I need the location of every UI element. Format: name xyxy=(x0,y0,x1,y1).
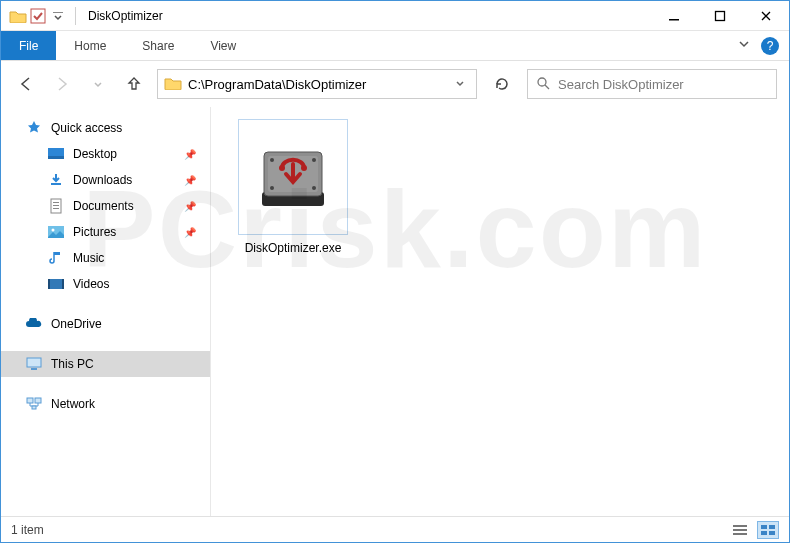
svg-rect-9 xyxy=(53,202,59,203)
close-button[interactable] xyxy=(743,1,789,31)
pictures-icon xyxy=(47,224,65,240)
svg-rect-1 xyxy=(53,12,63,13)
svg-point-29 xyxy=(279,165,285,171)
sidebar-item-pictures[interactable]: Pictures 📌 xyxy=(1,219,210,245)
star-icon xyxy=(25,120,43,136)
properties-icon[interactable] xyxy=(29,7,47,25)
disk-drive-icon xyxy=(238,119,348,235)
svg-rect-11 xyxy=(53,208,59,209)
status-bar: 1 item xyxy=(1,516,789,542)
svg-rect-35 xyxy=(769,525,775,529)
svg-point-28 xyxy=(312,186,316,190)
folder-icon xyxy=(9,7,27,25)
sidebar-item-downloads[interactable]: Downloads 📌 xyxy=(1,167,210,193)
expand-ribbon-icon[interactable] xyxy=(737,37,751,54)
sidebar-item-label: Quick access xyxy=(51,121,122,135)
svg-rect-6 xyxy=(48,156,64,159)
address-dropdown-icon[interactable] xyxy=(450,77,470,92)
network-icon xyxy=(25,396,43,412)
svg-rect-16 xyxy=(62,279,64,289)
tab-home[interactable]: Home xyxy=(56,31,124,60)
titlebar: DiskOptimizer xyxy=(1,1,789,31)
file-item[interactable]: DiskOptimizer.exe xyxy=(223,119,363,255)
svg-rect-10 xyxy=(53,205,59,206)
svg-rect-3 xyxy=(716,11,725,20)
ribbon-bar: File Home Share View ? xyxy=(1,31,789,61)
window-title: DiskOptimizer xyxy=(84,9,651,23)
maximize-button[interactable] xyxy=(697,1,743,31)
details-view-button[interactable] xyxy=(729,521,751,539)
sidebar-item-music[interactable]: Music xyxy=(1,245,210,271)
tab-share[interactable]: Share xyxy=(124,31,192,60)
back-button[interactable] xyxy=(13,71,39,97)
large-icons-view-button[interactable] xyxy=(757,521,779,539)
address-input[interactable] xyxy=(188,77,450,92)
svg-point-26 xyxy=(312,158,316,162)
sidebar-quick-access[interactable]: Quick access xyxy=(1,115,210,141)
sidebar-item-label: This PC xyxy=(51,357,94,371)
file-tab[interactable]: File xyxy=(1,31,56,60)
main-area: Quick access Desktop 📌 Downloads 📌 Docum… xyxy=(1,107,789,516)
downloads-icon xyxy=(47,172,65,188)
tab-view[interactable]: View xyxy=(192,31,254,60)
recent-locations-button[interactable] xyxy=(85,71,111,97)
svg-point-30 xyxy=(301,165,307,171)
chevron-down-icon[interactable] xyxy=(49,7,67,25)
svg-rect-18 xyxy=(31,368,37,370)
sidebar-item-documents[interactable]: Documents 📌 xyxy=(1,193,210,219)
up-button[interactable] xyxy=(121,71,147,97)
onedrive-icon xyxy=(25,316,43,332)
videos-icon xyxy=(47,276,65,292)
forward-button[interactable] xyxy=(49,71,75,97)
file-list[interactable]: DiskOptimizer.exe xyxy=(211,107,789,516)
pin-icon: 📌 xyxy=(184,201,196,212)
desktop-icon xyxy=(47,146,65,162)
file-name: DiskOptimizer.exe xyxy=(245,241,342,255)
help-icon[interactable]: ? xyxy=(761,37,779,55)
svg-rect-7 xyxy=(51,183,61,185)
svg-rect-17 xyxy=(27,358,41,367)
svg-point-13 xyxy=(52,229,55,232)
this-pc-icon xyxy=(25,356,43,372)
sidebar-network[interactable]: Network xyxy=(1,391,210,417)
svg-rect-0 xyxy=(31,9,45,23)
navigation-pane: Quick access Desktop 📌 Downloads 📌 Docum… xyxy=(1,107,211,516)
svg-rect-32 xyxy=(733,529,747,531)
address-bar[interactable] xyxy=(157,69,477,99)
navigation-row xyxy=(1,61,789,107)
search-icon xyxy=(536,76,550,93)
svg-rect-21 xyxy=(32,406,36,409)
refresh-button[interactable] xyxy=(487,69,517,99)
svg-rect-15 xyxy=(48,279,50,289)
sidebar-item-desktop[interactable]: Desktop 📌 xyxy=(1,141,210,167)
documents-icon xyxy=(47,198,65,214)
svg-rect-36 xyxy=(761,531,767,535)
sidebar-item-label: OneDrive xyxy=(51,317,102,331)
svg-rect-34 xyxy=(761,525,767,529)
svg-rect-33 xyxy=(733,533,747,535)
svg-rect-14 xyxy=(48,279,64,289)
minimize-button[interactable] xyxy=(651,1,697,31)
sidebar-onedrive[interactable]: OneDrive xyxy=(1,311,210,337)
status-text: 1 item xyxy=(11,523,44,537)
divider xyxy=(75,7,76,25)
svg-rect-19 xyxy=(27,398,33,403)
sidebar-item-label: Pictures xyxy=(73,225,116,239)
sidebar-item-label: Videos xyxy=(73,277,109,291)
sidebar-this-pc[interactable]: This PC xyxy=(1,351,210,377)
search-input[interactable] xyxy=(558,77,768,92)
music-icon xyxy=(47,250,65,266)
pin-icon: 📌 xyxy=(184,149,196,160)
svg-rect-31 xyxy=(733,525,747,527)
svg-rect-20 xyxy=(35,398,41,403)
svg-point-25 xyxy=(270,158,274,162)
sidebar-item-label: Desktop xyxy=(73,147,117,161)
svg-rect-37 xyxy=(769,531,775,535)
folder-icon xyxy=(164,76,182,92)
svg-point-27 xyxy=(270,186,274,190)
search-box[interactable] xyxy=(527,69,777,99)
pin-icon: 📌 xyxy=(184,227,196,238)
svg-rect-2 xyxy=(669,19,679,21)
window-controls xyxy=(651,1,789,31)
sidebar-item-videos[interactable]: Videos xyxy=(1,271,210,297)
